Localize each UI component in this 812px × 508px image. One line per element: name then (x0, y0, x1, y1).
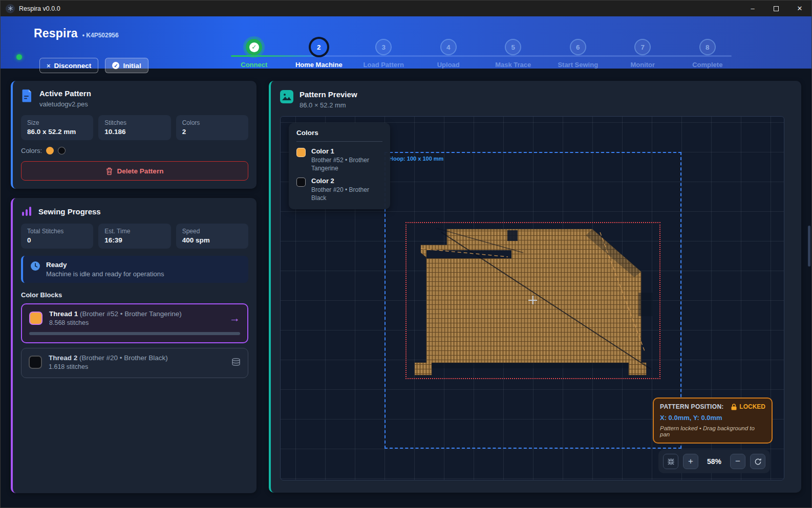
position-label: PATTERN POSITION: (660, 403, 724, 410)
colors-label: Colors: (21, 147, 42, 154)
lock-icon (731, 404, 737, 410)
thread-2-stitches: 1.618 stitches (49, 363, 168, 370)
pattern-dimensions: 86.0 × 52.2 mm (300, 101, 357, 109)
position-hint: Pattern locked • Drag background to pan (660, 425, 765, 437)
window-scrollbar[interactable] (808, 226, 810, 267)
machine-serial: • K4P502956 (82, 32, 119, 39)
stat-est-time: Est. Time 16:39 (98, 224, 170, 249)
clock-icon (30, 261, 40, 271)
thread-2-detail: (Brother #20 • Brother Black) (77, 354, 168, 362)
thread-2-swatch (29, 356, 42, 369)
card-title: Pattern Preview (300, 90, 357, 99)
stat-stitches: Stitches 10.186 (98, 115, 170, 140)
connection-status-dot (16, 54, 22, 60)
stat-speed: Speed 400 spm (176, 224, 248, 249)
zoom-level: 58% (707, 457, 721, 466)
step-circle: 6 (570, 39, 586, 55)
active-pattern-card: Active Pattern valetudogv2.pes Size 86.0… (11, 81, 257, 189)
machine-status-banner: Ready Machine is idle and ready for oper… (21, 256, 248, 283)
preview-canvas[interactable]: Hoop: 100 x 100 mm (280, 116, 784, 480)
locked-badge: LOCKED (739, 403, 765, 410)
thread-1-detail: (Brother #52 • Brother Tangerine) (78, 310, 182, 318)
step-circle: 5 (505, 39, 521, 55)
status-title: Ready (46, 261, 164, 269)
step-load-pattern[interactable]: 3 Load Pattern (351, 39, 416, 69)
position-coords: X: 0.0mm, Y: 0.0mm (660, 414, 765, 422)
maximize-icon (774, 6, 779, 11)
sewing-progress-card: Sewing Progress Total Stitches 0 Est. Ti… (11, 198, 257, 493)
layers-icon (231, 358, 241, 366)
step-circle: 4 (440, 39, 457, 55)
delete-pattern-button[interactable]: Delete Pattern (21, 161, 248, 181)
pattern-position-panel: PATTERN POSITION: LOCKED X: 0.0mm, Y: 0.… (653, 397, 773, 444)
status-description: Machine is idle and ready for operations (46, 270, 164, 278)
step-home-machine[interactable]: 2 Home Machine (287, 39, 352, 69)
fit-view-button[interactable] (663, 454, 678, 469)
step-circle: 7 (634, 39, 651, 55)
color-blocks-label: Color Blocks (21, 291, 248, 299)
thread-1-block[interactable]: Thread 1 (Brother #52 • Brother Tangerin… (21, 303, 248, 343)
colors-legend: Colors Color 1 Brother #52 • Brother Tan… (289, 123, 390, 209)
zoom-out-button[interactable]: − (730, 454, 745, 469)
legend-title: Colors (296, 129, 382, 137)
step-complete[interactable]: 8 Complete (675, 39, 740, 69)
color-swatch-black (58, 147, 66, 154)
bar-chart-icon (21, 206, 32, 216)
zoom-controls: + 58% − (658, 450, 770, 473)
color-swatch-orange (46, 147, 54, 154)
thread-1-swatch (29, 312, 42, 325)
thread-1-stitches: 8.568 stitches (49, 319, 182, 326)
legend-swatch-1 (296, 148, 306, 157)
step-start-sewing[interactable]: 6 Start Sewing (546, 39, 611, 69)
thread-1-progress-bar (29, 332, 240, 335)
step-circle: 3 (375, 39, 392, 55)
step-connect[interactable]: ✓ Connect (222, 39, 287, 69)
step-circle: 2 (311, 39, 327, 55)
minimize-button[interactable]: – (741, 1, 764, 16)
pattern-preview-card: Pattern Preview 86.0 × 52.2 mm Hoop: 100… (269, 81, 801, 493)
workflow-stepper: ✓ Connect 2 Home Machine 3 Load Pattern … (222, 39, 740, 69)
app-icon (6, 4, 15, 13)
legend-item-color-2: Color 2 Brother #20 • Brother Black (296, 177, 382, 202)
stat-size: Size 86.0 x 52.2 mm (21, 115, 93, 140)
reset-view-button[interactable] (750, 454, 765, 469)
check-icon: ✓ (249, 42, 259, 52)
close-button[interactable]: ✕ (788, 1, 811, 16)
thread-1-name: Thread 1 (49, 310, 78, 318)
zoom-in-button[interactable]: + (683, 454, 698, 469)
refresh-icon (754, 458, 762, 466)
hoop-label: Hoop: 100 x 100 mm (389, 156, 443, 162)
legend-swatch-2 (296, 178, 306, 187)
step-circle: ✓ (246, 39, 262, 55)
stat-colors: Colors 2 (176, 115, 248, 140)
trash-icon (106, 167, 113, 175)
step-upload[interactable]: 4 Upload (416, 39, 481, 69)
app-header: Respira • K4P502956 × Disconnect ✓ Initi… (1, 16, 811, 69)
step-monitor[interactable]: 7 Monitor (610, 39, 675, 69)
maximize-button[interactable] (764, 1, 788, 16)
step-mask-trace[interactable]: 5 Mask Trace (481, 39, 546, 69)
legend-item-color-1: Color 1 Brother #52 • Brother Tangerine (296, 147, 382, 172)
center-crosshair-icon (528, 296, 537, 304)
stat-total-stitches: Total Stitches 0 (21, 224, 93, 249)
card-title: Sewing Progress (38, 207, 101, 216)
step-circle: 8 (699, 39, 716, 55)
image-icon (280, 90, 293, 103)
card-title: Active Pattern (39, 89, 91, 98)
fit-view-icon (667, 458, 675, 466)
thread-2-block[interactable]: Thread 2 (Brother #20 • Brother Black) 1… (21, 348, 248, 378)
check-circle-icon: ✓ (112, 62, 119, 69)
window-title: Respira v0.0.0 (19, 5, 60, 12)
title-bar: Respira v0.0.0 – ✕ (1, 1, 811, 16)
thread-2-name: Thread 2 (49, 354, 77, 362)
arrow-right-icon: → (229, 312, 240, 324)
app-name: Respira (34, 27, 78, 40)
pattern-filename: valetudogv2.pes (39, 100, 91, 108)
file-icon (21, 89, 33, 102)
